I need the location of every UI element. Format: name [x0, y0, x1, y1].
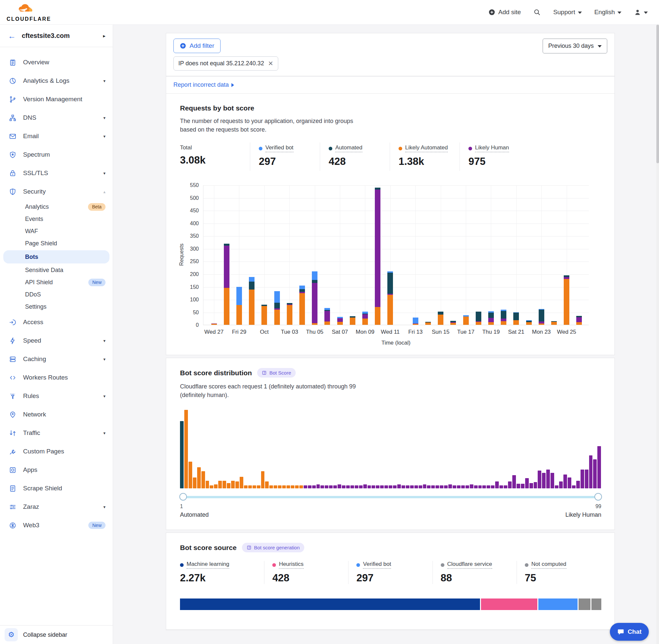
chat-button[interactable]: Chat	[610, 623, 649, 641]
histogram-bar-score-22[interactable]	[269, 485, 273, 489]
histogram-bar-score-91[interactable]	[563, 475, 567, 489]
sidebar-item-workers-routes[interactable]: Workers Routes	[0, 368, 113, 387]
histogram-bar-score-51[interactable]	[393, 485, 397, 489]
bar-likely-automated-thu-19[interactable]	[488, 322, 494, 325]
source-segment-cloudflare-service[interactable]	[579, 598, 590, 610]
histogram-bar-score-56[interactable]	[415, 485, 418, 489]
histogram-bar-score-83[interactable]	[529, 483, 533, 489]
source-segment-machine-learning[interactable]	[180, 598, 480, 610]
bot-score-badge[interactable]: Bot Score	[257, 368, 296, 377]
cloudflare-logo[interactable]: CLOUDFLARE	[6, 3, 51, 22]
histogram-bar-score-9[interactable]	[214, 484, 217, 488]
histogram-bar-score-96[interactable]	[585, 469, 588, 488]
histogram-bar-score-87[interactable]	[546, 469, 550, 488]
histogram-bar-score-64[interactable]	[448, 484, 452, 488]
bar-automated-mon-02[interactable]	[274, 303, 280, 308]
bar-verified-bot-fri-29[interactable]	[236, 287, 242, 305]
bot-score-generation-badge[interactable]: Bot score generation	[242, 543, 304, 552]
sidebar-item-security[interactable]: Security▴	[0, 182, 113, 201]
bar-likely-automated-sat-21[interactable]	[513, 320, 519, 325]
bar-likely-automated-mon-09[interactable]	[362, 319, 368, 325]
sidebar-item-dns[interactable]: DNS▾	[0, 109, 113, 127]
bar-automated-wed-04[interactable]	[299, 289, 305, 292]
bar-automated-thu-26[interactable]	[576, 316, 582, 317]
remove-filter-icon[interactable]: ✕	[268, 60, 273, 67]
sidebar-item-custom-pages[interactable]: Custom Pages	[0, 442, 113, 461]
histogram-bar-score-21[interactable]	[265, 481, 269, 488]
histogram-bar-score-43[interactable]	[359, 485, 362, 489]
gear-icon[interactable]: ⚙	[5, 628, 18, 641]
back-arrow-icon[interactable]: ←	[8, 32, 16, 40]
histogram-bar-score-31[interactable]	[308, 485, 311, 489]
histogram-bar-score-74[interactable]	[491, 485, 494, 489]
bar-likely-human-wed-25[interactable]	[564, 277, 569, 279]
bar-likely-automated-wed-11[interactable]	[387, 295, 393, 325]
histogram-bar-score-17[interactable]	[248, 485, 252, 489]
sidebar-item-speed[interactable]: Speed▾	[0, 331, 113, 350]
language-menu[interactable]: English	[594, 8, 621, 16]
bar-likely-automated-tue-10[interactable]	[375, 307, 380, 325]
histogram-bar-score-95[interactable]	[581, 469, 584, 488]
histogram-bar-score-44[interactable]	[363, 484, 367, 488]
histogram-bar-score-67[interactable]	[461, 485, 465, 489]
histogram-bar-score-19[interactable]	[257, 485, 260, 489]
bar-verified-bot-sat-07[interactable]	[337, 317, 343, 319]
bar-likely-automated-tue-03[interactable]	[287, 305, 292, 325]
bar-likely-automated-sat-14[interactable]	[425, 322, 431, 325]
histogram-bar-score-98[interactable]	[593, 459, 597, 488]
bar-automated-sat-30[interactable]	[249, 282, 255, 290]
histogram-bar-score-11[interactable]	[222, 481, 226, 489]
slider-handle-min[interactable]	[179, 493, 187, 501]
bar-verified-bot-sat-21[interactable]	[513, 312, 519, 313]
sidebar-item-ssl-tls[interactable]: SSL/TLS▾	[0, 164, 113, 182]
bar-likely-automated-mon-23[interactable]	[539, 323, 544, 325]
bar-likely-human-wed-27[interactable]	[211, 323, 217, 324]
bar-likely-human-tue-10[interactable]	[375, 190, 380, 307]
bar-automated-wed-18[interactable]	[476, 312, 481, 321]
sidebar-item-scrape-shield[interactable]: Scrape Shield	[0, 479, 113, 498]
bar-likely-automated-mon-02[interactable]	[274, 309, 280, 325]
histogram-bar-score-62[interactable]	[440, 485, 443, 489]
histogram-bar-score-20[interactable]	[261, 471, 265, 488]
source-segment-verified-bot[interactable]	[538, 598, 578, 610]
bar-automated-tue-03[interactable]	[287, 303, 292, 304]
histogram-bar-score-63[interactable]	[444, 485, 448, 489]
histogram-bar-score-7[interactable]	[206, 481, 209, 489]
histogram-bar-score-42[interactable]	[355, 485, 358, 489]
bar-verified-bot-sat-30[interactable]	[249, 277, 255, 282]
bar-automated-sun-22[interactable]	[526, 321, 532, 322]
histogram-bar-score-90[interactable]	[559, 481, 563, 488]
histogram-bar-score-88[interactable]	[550, 473, 554, 489]
histogram-bar-score-50[interactable]	[389, 485, 392, 489]
bar-likely-automated-thu-26[interactable]	[576, 322, 582, 325]
histogram-bar-score-23[interactable]	[274, 485, 277, 489]
bar-likely-human-thu-26[interactable]	[576, 317, 582, 322]
bar-verified-bot-sun-22[interactable]	[526, 320, 532, 321]
slider-handle-max[interactable]	[594, 493, 602, 501]
histogram-bar-score-75[interactable]	[495, 481, 499, 488]
histogram-bar-score-36[interactable]	[329, 485, 333, 489]
bar-likely-automated-thu-05[interactable]	[312, 323, 317, 325]
histogram-bar-score-40[interactable]	[346, 485, 350, 489]
bar-verified-bot-thu-19[interactable]	[488, 311, 494, 313]
bar-likely-human-sat-07[interactable]	[337, 318, 343, 322]
histogram-bar-score-89[interactable]	[555, 485, 559, 489]
histogram-bar-score-39[interactable]	[342, 485, 346, 489]
sidebar-item-version-management[interactable]: Version Management	[0, 90, 113, 109]
sidebar-item-events[interactable]: Events	[0, 213, 113, 225]
histogram-bar-score-66[interactable]	[457, 485, 461, 489]
bar-verified-bot-fri-06[interactable]	[324, 308, 330, 309]
histogram-bar-score-45[interactable]	[368, 485, 371, 489]
histogram-bar-score-59[interactable]	[427, 485, 430, 489]
histogram-bar-score-18[interactable]	[253, 485, 256, 489]
histogram-bar-score-93[interactable]	[572, 485, 575, 489]
bar-likely-human-wed-11[interactable]	[387, 294, 393, 295]
search-icon[interactable]	[534, 8, 541, 16]
histogram-bar-score-37[interactable]	[333, 485, 337, 489]
histogram-bar-score-86[interactable]	[542, 473, 546, 489]
bar-likely-automated-sun-08[interactable]	[350, 318, 355, 325]
bar-verified-bot-mon-02[interactable]	[274, 291, 280, 303]
histogram-bar-score-30[interactable]	[304, 485, 307, 489]
source-segment-not-computed[interactable]	[591, 598, 601, 610]
histogram-bar-score-32[interactable]	[312, 485, 316, 489]
